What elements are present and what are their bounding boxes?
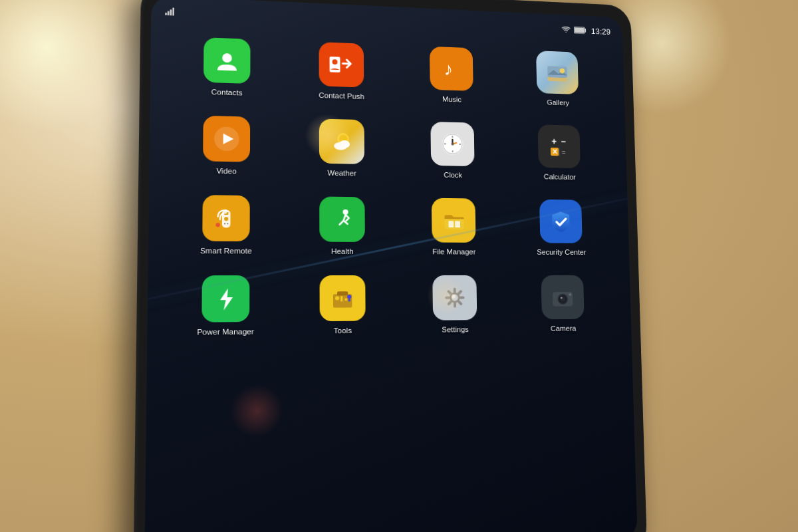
svg-line-61 <box>459 291 461 293</box>
app-gallery[interactable]: Gallery <box>507 49 606 108</box>
svg-text:−: − <box>561 136 566 146</box>
svg-rect-0 <box>165 13 167 15</box>
app-grid: Contacts Contact Push ♪ <box>162 29 619 344</box>
settings-icon <box>432 275 477 321</box>
health-icon <box>319 196 365 242</box>
security-center-label: Security Center <box>537 248 586 256</box>
power-manager-label: Power Manager <box>197 327 254 336</box>
gallery-icon <box>536 51 579 94</box>
app-power-manager[interactable]: Power Manager <box>169 275 281 336</box>
svg-rect-42 <box>455 221 460 227</box>
svg-rect-37 <box>224 223 225 224</box>
svg-point-50 <box>344 298 347 301</box>
svg-text:♪: ♪ <box>444 59 453 79</box>
smart-remote-icon <box>202 195 250 241</box>
app-clock[interactable]: Clock <box>401 121 504 180</box>
svg-line-59 <box>449 291 451 293</box>
music-label: Music <box>442 95 462 103</box>
app-calculator[interactable]: + − × = Calculator <box>509 124 608 182</box>
svg-rect-38 <box>227 223 228 224</box>
video-icon <box>203 116 250 162</box>
app-music[interactable]: ♪ Music <box>400 45 503 104</box>
svg-rect-52 <box>348 299 350 301</box>
music-icon: ♪ <box>430 47 473 91</box>
app-camera[interactable]: Camera <box>512 275 613 333</box>
file-manager-icon <box>432 198 476 243</box>
svg-text:=: = <box>561 148 565 156</box>
svg-text:+: + <box>551 136 557 146</box>
svg-point-51 <box>347 295 351 299</box>
status-time: 13:29 <box>591 26 611 36</box>
svg-rect-49 <box>340 296 342 301</box>
power-manager-icon <box>201 275 249 323</box>
clock-icon <box>430 122 474 166</box>
app-file-manager[interactable]: File Manager <box>402 198 505 256</box>
svg-rect-5 <box>575 27 585 33</box>
video-label: Video <box>216 167 237 176</box>
svg-rect-47 <box>337 291 348 295</box>
status-right-group: 13:29 <box>562 25 610 36</box>
clock-label: Clock <box>444 171 462 179</box>
svg-point-39 <box>215 223 219 227</box>
app-weather[interactable]: Weather <box>288 118 394 178</box>
app-video[interactable]: Video <box>170 115 281 176</box>
svg-text:×: × <box>553 146 558 156</box>
contact-push-label: Contact Push <box>319 91 364 100</box>
phone-screen: 13:29 Contacts <box>144 0 637 532</box>
camera-label: Camera <box>551 325 577 332</box>
app-tools[interactable]: Tools <box>288 275 396 335</box>
svg-rect-2 <box>170 9 172 15</box>
svg-rect-1 <box>168 11 170 16</box>
contacts-icon <box>203 37 251 84</box>
app-security-center[interactable]: Security Center <box>511 199 611 256</box>
weather-label: Weather <box>328 169 356 178</box>
wifi-icon <box>562 26 571 33</box>
phone-device: 13:29 Contacts <box>133 0 647 532</box>
screen-glow-3 <box>225 379 288 444</box>
svg-point-36 <box>224 217 228 221</box>
tools-icon <box>320 275 366 321</box>
contacts-label: Contacts <box>211 88 243 96</box>
svg-rect-3 <box>172 8 174 16</box>
gallery-label: Gallery <box>547 98 569 106</box>
calculator-icon: + − × = <box>537 124 580 168</box>
contact-push-icon <box>319 42 364 88</box>
status-signal <box>165 7 175 17</box>
svg-rect-41 <box>448 221 454 227</box>
svg-line-62 <box>449 302 451 304</box>
app-contacts[interactable]: Contacts <box>172 36 282 98</box>
smart-remote-label: Smart Remote <box>200 247 252 255</box>
camera-icon <box>541 275 584 319</box>
svg-point-48 <box>335 296 339 300</box>
app-smart-remote[interactable]: Smart Remote <box>170 194 281 255</box>
app-contact-push[interactable]: Contact Push <box>288 41 394 101</box>
svg-point-6 <box>222 53 232 63</box>
app-settings[interactable]: Settings <box>402 275 507 334</box>
tools-label: Tools <box>334 327 352 334</box>
settings-label: Settings <box>442 325 469 333</box>
security-center-icon <box>539 200 583 243</box>
svg-line-60 <box>459 302 461 304</box>
battery-icon <box>574 27 587 35</box>
file-manager-label: File Manager <box>432 247 475 255</box>
health-label: Health <box>331 247 354 255</box>
app-health[interactable]: Health <box>288 196 395 255</box>
calculator-label: Calculator <box>544 173 576 181</box>
weather-icon <box>319 118 364 164</box>
